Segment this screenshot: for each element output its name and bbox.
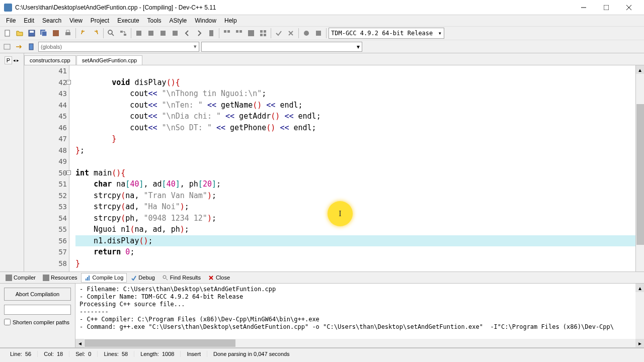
save-icon[interactable]: [26, 28, 37, 39]
tab-debug[interactable]: Debug: [127, 273, 158, 283]
scroll-up-icon[interactable]: ▴: [636, 65, 644, 74]
tab-setandgetfuntion[interactable]: setAndGetFuntion.cpp: [76, 55, 142, 65]
code-line[interactable]: char na[40], ad[40], ph[20];: [75, 178, 644, 190]
check-icon[interactable]: [273, 28, 284, 39]
grid3-icon[interactable]: [246, 28, 257, 39]
code-line[interactable]: Nguoi n1(na, ad, ph);: [75, 224, 644, 235]
code-line[interactable]: cout<< "\nThong tin Nguoi:\n";: [75, 88, 644, 100]
tab-compile-log[interactable]: Compile Log: [81, 273, 127, 283]
save-all-icon[interactable]: [38, 28, 49, 39]
maximize-button[interactable]: [595, 0, 617, 15]
editor-area: constructors.cpp setAndGetFuntion.cpp 41…: [24, 53, 644, 272]
abort-compilation-button[interactable]: Abort Compilation: [4, 288, 71, 301]
new-file-icon[interactable]: [2, 28, 13, 39]
menu-file[interactable]: File: [2, 16, 20, 25]
compile-log[interactable]: - Filename: C:\Users\than\Desktop\setAnd…: [75, 284, 644, 339]
grid4-icon[interactable]: [258, 28, 269, 39]
chevron-right-icon[interactable]: ▸: [17, 58, 19, 63]
tab-find-results[interactable]: Find Results: [158, 273, 204, 283]
menu-project[interactable]: Project: [87, 16, 113, 25]
rebuild-icon[interactable]: [170, 28, 181, 39]
menu-astyle[interactable]: AStyle: [166, 16, 191, 25]
code-editor[interactable]: 4142−4344454647484950−5152535455565758 I…: [24, 65, 644, 272]
code-line[interactable]: n1.disPlay();: [75, 235, 644, 247]
vertical-scrollbar[interactable]: ▴: [635, 65, 644, 272]
debug-icon[interactable]: [301, 28, 312, 39]
goto-icon[interactable]: [14, 42, 24, 52]
tab-constructors[interactable]: constructors.cpp: [24, 55, 76, 65]
globals-select[interactable]: (globals) ▾: [38, 42, 199, 52]
open-file-icon[interactable]: [14, 28, 25, 39]
svg-rect-18: [160, 31, 166, 36]
x-icon[interactable]: [285, 28, 296, 39]
separator: [219, 28, 219, 38]
svg-rect-28: [260, 34, 263, 36]
compile-icon[interactable]: [133, 28, 144, 39]
code-line[interactable]: cout<< "\nSo DT: " << getPhone() << endl…: [75, 122, 644, 134]
code-line[interactable]: void disPlay(){: [75, 77, 644, 88]
code-line[interactable]: int main(){: [75, 167, 644, 179]
svg-rect-27: [264, 30, 266, 33]
scroll-thumb[interactable]: [85, 339, 235, 347]
save-as-icon[interactable]: [50, 28, 61, 39]
symbols-select[interactable]: ▾: [201, 42, 362, 52]
menu-help[interactable]: Help: [220, 16, 241, 25]
doc-icon[interactable]: [26, 42, 36, 52]
minimize-button[interactable]: [572, 0, 595, 15]
svg-rect-15: [124, 34, 126, 36]
forward-icon[interactable]: [194, 28, 205, 39]
compile-log-vscroll[interactable]: ▴: [635, 284, 644, 339]
compile-input[interactable]: [4, 305, 71, 315]
menu-search[interactable]: Search: [38, 16, 65, 25]
menu-window[interactable]: Window: [191, 16, 220, 25]
code-line[interactable]: [75, 156, 644, 167]
menu-execute[interactable]: Execute: [113, 16, 143, 25]
scroll-up-icon[interactable]: ▴: [635, 284, 644, 292]
close-button[interactable]: [617, 0, 640, 15]
print-icon[interactable]: [62, 28, 73, 39]
shorten-paths-check[interactable]: [4, 319, 11, 325]
log-line: - Filename: C:\Users\than\Desktop\setAnd…: [79, 286, 640, 293]
compile-log-hscroll[interactable]: ◂ ▸: [75, 339, 644, 347]
tab-close[interactable]: Close: [204, 273, 233, 283]
undo-icon[interactable]: [78, 28, 89, 39]
scroll-left-icon[interactable]: ◂: [75, 339, 84, 347]
grid2-icon[interactable]: [233, 28, 245, 39]
code-line[interactable]: [75, 65, 644, 77]
scroll-thumb[interactable]: [636, 104, 644, 245]
toolbar-secondary: (globals) ▾ ▾: [0, 40, 644, 53]
tab-compiler[interactable]: Compiler: [2, 273, 39, 283]
code-line[interactable]: strcpy(ph, "0948 1234 12");: [75, 213, 644, 224]
new-window-icon[interactable]: [2, 42, 12, 52]
status-mode: Insert: [181, 351, 207, 357]
back-icon[interactable]: [182, 28, 193, 39]
code-line[interactable]: cout<< "\nTen: " << getName() << endl;: [75, 100, 644, 111]
compiler-select[interactable]: TDM-GCC 4.9.2 64-bit Release ▾: [329, 28, 444, 39]
code-line[interactable]: strcpy(ad, "Ha Noi");: [75, 201, 644, 213]
menu-view[interactable]: View: [65, 16, 87, 25]
code-line[interactable]: }: [75, 133, 644, 145]
menu-edit[interactable]: Edit: [20, 16, 38, 25]
chevron-left-icon[interactable]: ◂: [13, 58, 16, 63]
scroll-right-icon[interactable]: ▸: [635, 339, 644, 347]
tab-resources[interactable]: Resources: [39, 273, 81, 283]
grid1-icon[interactable]: [221, 28, 232, 39]
separator: [271, 28, 271, 38]
redo-icon[interactable]: [90, 28, 101, 39]
svg-rect-6: [30, 31, 34, 33]
code-line[interactable]: }: [75, 258, 644, 269]
replace-icon[interactable]: [118, 28, 129, 39]
compile-run-icon[interactable]: [157, 28, 169, 39]
bookmark-icon[interactable]: [206, 28, 217, 39]
menu-tools[interactable]: Tools: [143, 16, 166, 25]
code-line[interactable]: strcpy(na, "Tran Van Nam");: [75, 190, 644, 202]
code-content[interactable]: I void disPlay(){ cout<< "\nThong tin Ng…: [69, 65, 644, 272]
run-icon[interactable]: [145, 28, 156, 39]
shorten-paths-checkbox[interactable]: Shorten compiler paths: [4, 319, 71, 325]
profile-icon[interactable]: [313, 28, 324, 39]
left-panel-tab[interactable]: P: [5, 56, 12, 64]
code-line[interactable]: return 0;: [75, 246, 644, 258]
code-line[interactable]: cout<< "\nDia chi: " << getAddr() << end…: [75, 111, 644, 122]
code-line[interactable]: };: [75, 145, 644, 156]
search-icon[interactable]: [106, 28, 117, 39]
